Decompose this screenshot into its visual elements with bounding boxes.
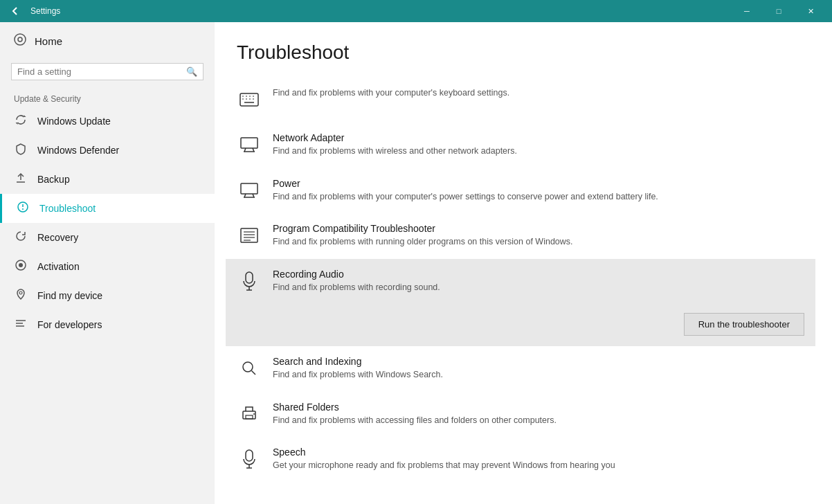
list-item-power: Power Find and fix problems with your co… — [237, 168, 804, 214]
microphone2-icon — [242, 449, 257, 469]
item-title-shared-folders: Shared Folders — [273, 402, 804, 413]
svg-point-9 — [19, 291, 22, 294]
speech-icon-wrap — [237, 447, 262, 471]
bars-icon — [14, 317, 28, 332]
monitor-icon — [239, 137, 259, 152]
keyboard-icon-wrap — [237, 87, 262, 112]
printer-icon — [240, 406, 258, 422]
home-icon — [14, 33, 26, 49]
minimize-button[interactable]: ─ — [731, 0, 763, 22]
microphone-icon — [242, 271, 257, 291]
item-text-shared-folders: Shared Folders Find and fix problems wit… — [273, 402, 804, 427]
item-title-speech: Speech — [273, 447, 804, 458]
svg-point-39 — [243, 362, 253, 372]
main-content: Troubleshoot Find and fix proble — [215, 22, 832, 504]
search-input[interactable] — [17, 66, 186, 77]
item-text-recording-audio: Recording Audio Find and fix problems wi… — [273, 269, 804, 294]
item-title-power: Power — [273, 178, 804, 189]
page-title: Troubleshoot — [237, 42, 804, 64]
back-button[interactable] — [6, 1, 25, 21]
recording-audio-top: Recording Audio Find and fix problems wi… — [237, 269, 804, 294]
nav-label-recovery: Recovery — [37, 232, 78, 243]
nav-label-activation: Activation — [37, 261, 80, 272]
list-item-search-indexing: Search and Indexing Find and fix problem… — [237, 346, 804, 392]
sidebar-item-windows-update[interactable]: Windows Update — [0, 107, 215, 136]
svg-rect-27 — [241, 183, 257, 194]
item-desc-speech: Get your microphone ready and fix proble… — [273, 460, 804, 472]
list-item-shared-folders: Shared Folders Find and fix problems wit… — [237, 392, 804, 438]
list-item-program-compat: Program Compatibility Troubleshooter Fin… — [237, 213, 804, 259]
item-text-program-compat: Program Compatibility Troubleshooter Fin… — [273, 223, 804, 249]
section-label: Update & Security — [0, 89, 215, 107]
item-text-keyboard: Find and fix problems with your computer… — [273, 87, 804, 100]
item-title-program-compat: Program Compatibility Troubleshooter — [273, 223, 804, 234]
item-text-network-adapter: Network Adapter Find and fix problems wi… — [273, 132, 804, 158]
upload-icon — [14, 172, 28, 187]
item-title-recording-audio: Recording Audio — [273, 269, 804, 280]
sidebar-item-troubleshoot[interactable]: Troubleshoot — [0, 194, 215, 223]
sidebar: Home 🔍 Update & Security Windows Update — [0, 22, 215, 504]
item-desc-program-compat: Find and fix problems with running older… — [273, 236, 804, 249]
svg-point-0 — [15, 34, 26, 45]
item-desc-keyboard: Find and fix problems with your computer… — [273, 87, 804, 100]
network-icon-wrap — [237, 132, 262, 157]
restore-icon — [14, 230, 28, 245]
item-desc-shared-folders: Find and fix problems with accessing fil… — [273, 415, 804, 427]
titlebar: Settings ─ □ ✕ — [0, 0, 832, 22]
app-body: Home 🔍 Update & Security Windows Update — [0, 22, 832, 504]
item-desc-search-indexing: Find and fix problems with Windows Searc… — [273, 369, 804, 381]
recording-audio-action: Run the troubleshooter — [237, 313, 804, 336]
search-circle-icon — [241, 360, 257, 377]
search-box[interactable]: 🔍 — [11, 63, 204, 80]
wrench-icon — [16, 201, 30, 216]
location-icon — [14, 288, 28, 303]
nav-label-for-developers: For developers — [37, 319, 102, 330]
sidebar-item-find-device[interactable]: Find my device — [0, 281, 215, 310]
maximize-button[interactable]: □ — [763, 0, 795, 22]
titlebar-title: Settings — [30, 6, 731, 16]
svg-point-8 — [19, 263, 23, 267]
sidebar-item-for-developers[interactable]: For developers — [0, 310, 215, 339]
sidebar-item-windows-defender[interactable]: Windows Defender — [0, 136, 215, 165]
svg-rect-23 — [241, 138, 257, 148]
sidebar-item-home[interactable]: Home — [0, 22, 215, 60]
list-item-recording-audio: Recording Audio Find and fix problems wi… — [226, 259, 815, 347]
nav-label-windows-update: Windows Update — [37, 116, 111, 127]
search-indexing-icon-wrap — [237, 356, 262, 381]
refresh-icon — [14, 114, 28, 129]
item-title-network-adapter: Network Adapter — [273, 132, 804, 143]
item-text-power: Power Find and fix problems with your co… — [273, 178, 804, 204]
list-item-speech: Speech Get your microphone ready and fix… — [237, 437, 804, 483]
nav-label-troubleshoot: Troubleshoot — [39, 203, 96, 214]
shared-folders-icon-wrap — [237, 402, 262, 426]
svg-line-40 — [252, 371, 256, 375]
microphone-icon-wrap — [237, 269, 262, 294]
compat-icon-wrap — [237, 223, 262, 248]
window-controls: ─ □ ✕ — [731, 0, 826, 22]
item-desc-recording-audio: Find and fix problems with recording sou… — [273, 282, 804, 294]
sidebar-item-backup[interactable]: Backup — [0, 165, 215, 194]
item-title-search-indexing: Search and Indexing — [273, 356, 804, 367]
circle-icon — [14, 259, 28, 274]
nav-label-backup: Backup — [37, 174, 70, 185]
item-text-speech: Speech Get your microphone ready and fix… — [273, 447, 804, 472]
home-label: Home — [35, 35, 62, 47]
power-monitor-icon — [239, 183, 259, 198]
item-desc-power: Find and fix problems with your computer… — [273, 191, 804, 204]
search-icon: 🔍 — [186, 66, 197, 77]
item-text-search-indexing: Search and Indexing Find and fix problem… — [273, 356, 804, 381]
svg-rect-13 — [240, 93, 258, 106]
run-troubleshooter-button[interactable]: Run the troubleshooter — [684, 313, 804, 336]
nav-label-find-device: Find my device — [37, 290, 102, 301]
item-desc-network-adapter: Find and fix problems with wireless and … — [273, 145, 804, 158]
nav-label-windows-defender: Windows Defender — [37, 145, 119, 156]
list-item-network-adapter: Network Adapter Find and fix problems wi… — [237, 123, 804, 168]
list-lines-icon — [239, 228, 259, 243]
sidebar-item-activation[interactable]: Activation — [0, 252, 215, 281]
close-button[interactable]: ✕ — [795, 0, 826, 22]
svg-point-1 — [18, 37, 22, 42]
svg-rect-44 — [246, 450, 253, 461]
svg-point-43 — [253, 413, 255, 415]
power-icon-wrap — [237, 178, 262, 203]
sidebar-item-recovery[interactable]: Recovery — [0, 223, 215, 252]
